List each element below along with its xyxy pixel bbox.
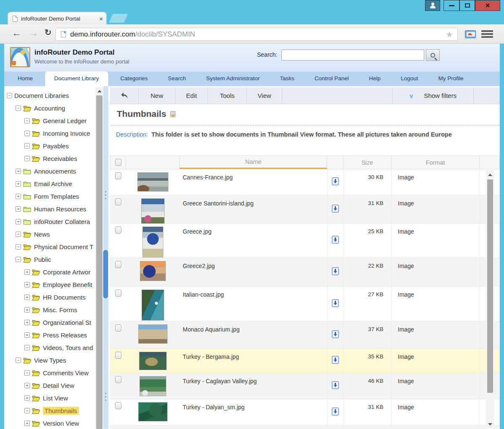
sidebar-item-version-view[interactable]: +Version View <box>4 417 96 429</box>
sidebar-item-incoming-invoice[interactable]: −Incoming Invoice <box>4 127 96 139</box>
sidebar-item-news[interactable]: −News <box>4 228 96 240</box>
extension-button[interactable] <box>463 28 478 40</box>
sidebar-scrollbar[interactable] <box>95 87 103 429</box>
show-filters-button[interactable]: vShow filters <box>393 87 474 104</box>
document-thumbnail[interactable] <box>138 402 168 421</box>
sidebar-item-organizational-st[interactable]: +Organizational St <box>4 316 96 329</box>
checkbox[interactable] <box>115 324 121 332</box>
collapse-icon[interactable]: − <box>7 93 12 98</box>
collapse-icon[interactable]: − <box>24 345 30 350</box>
expand-icon[interactable]: + <box>24 332 30 338</box>
nav-item-categories[interactable]: Categories <box>121 71 148 86</box>
checkbox[interactable] <box>115 159 121 166</box>
sidebar-scroll-thumb[interactable] <box>96 95 102 429</box>
checkbox[interactable] <box>115 226 121 234</box>
expand-icon[interactable]: + <box>24 395 30 401</box>
sidebar-item-thumbnails[interactable]: −Thumbnails <box>4 404 96 417</box>
nav-item-my-profile[interactable]: My Profile <box>438 71 464 86</box>
document-thumbnail[interactable] <box>138 324 168 344</box>
collapse-icon[interactable]: − <box>24 370 30 376</box>
download-icon[interactable] <box>332 236 339 245</box>
expand-icon[interactable]: + <box>24 269 30 275</box>
sidebar-item-misc-forms[interactable]: +Misc. Forms <box>4 303 96 316</box>
toolbar-button-view[interactable]: View <box>247 87 282 104</box>
sidebar-item-press-releases[interactable]: +Press Releases <box>4 329 96 341</box>
document-name-link[interactable]: Monaco Aquarium.jpg <box>180 321 327 348</box>
download-icon[interactable] <box>332 205 339 214</box>
nav-item-search[interactable]: Search <box>168 71 186 86</box>
expand-icon[interactable]: + <box>16 181 21 187</box>
minimize-button[interactable] <box>444 0 459 11</box>
nav-item-control-panel[interactable]: Control Panel <box>315 71 349 86</box>
collapse-icon[interactable]: − <box>24 118 30 124</box>
expand-icon[interactable]: + <box>24 421 30 426</box>
new-tab-button[interactable] <box>109 14 128 23</box>
user-account-button[interactable] <box>425 0 440 11</box>
toolbar-button-edit[interactable]: Edit <box>176 87 208 104</box>
nav-item-logout[interactable]: Logout <box>401 71 418 86</box>
table-scrollbar[interactable] <box>486 170 494 429</box>
header-name[interactable]: Name <box>180 156 327 169</box>
nav-item-document-library[interactable]: Document Library <box>45 71 108 86</box>
toolbar-button-new[interactable]: New <box>139 87 176 104</box>
nav-item-tasks[interactable]: Tasks <box>280 71 294 86</box>
collapse-icon[interactable]: − <box>24 131 30 136</box>
download-icon[interactable] <box>332 356 339 366</box>
nav-item-help[interactable]: Help <box>369 71 381 86</box>
collapse-icon[interactable]: − <box>16 105 21 111</box>
collapse-icon[interactable]: − <box>24 408 30 413</box>
sidebar-item-detail-view[interactable]: +Detail View <box>4 379 96 392</box>
forward-arrow-icon[interactable]: → <box>29 27 38 39</box>
checkbox[interactable] <box>115 290 121 297</box>
collapse-icon[interactable]: − <box>16 257 21 262</box>
sidebar-item-payables[interactable]: −Payables <box>4 139 96 152</box>
document-thumbnail[interactable] <box>142 290 164 321</box>
document-thumbnail[interactable] <box>139 352 167 370</box>
sidebar-item-list-view[interactable]: +List View <box>4 392 96 404</box>
checkbox[interactable] <box>115 352 121 359</box>
document-name-link[interactable]: Greece.jpg <box>180 224 327 258</box>
sidebar-item-inforouter-collatera[interactable]: +infoRouter Collatera <box>4 215 96 228</box>
document-name-link[interactable]: Italian-coast.jpg <box>180 287 327 321</box>
sidebar-item-hr-documents[interactable]: +HR Documents <box>4 291 96 303</box>
sidebar-item-receivables[interactable]: −Receivables <box>4 152 96 165</box>
sidebar-item-general-ledger[interactable]: −General Ledger <box>4 114 96 127</box>
expand-icon[interactable]: + <box>24 282 30 287</box>
document-thumbnail[interactable] <box>141 198 165 224</box>
sidebar-item-email-archive[interactable]: +Email Archive <box>4 177 96 190</box>
sidebar-item-human-resources[interactable]: +Human Resources <box>4 203 96 215</box>
sidebar-item-employee-benefit[interactable]: +Employee Benefit <box>4 278 96 291</box>
document-name-link[interactable]: Turkey - Caglayan Valley.jpg <box>180 373 327 399</box>
collapse-icon[interactable]: − <box>16 358 21 363</box>
bookmark-star-icon[interactable]: ★ <box>446 29 453 39</box>
download-icon[interactable] <box>332 267 339 277</box>
download-icon[interactable] <box>332 177 339 187</box>
nav-item-home[interactable]: Home <box>18 71 33 86</box>
go-back-button[interactable] <box>110 87 139 104</box>
nav-item-system-administrator[interactable]: System Administrator <box>206 71 260 86</box>
back-arrow-icon[interactable]: ← <box>12 27 21 39</box>
document-name-link[interactable]: Cannes-France.jpg <box>180 169 327 195</box>
sidebar-splitter[interactable] <box>103 86 108 429</box>
expand-icon[interactable]: + <box>24 295 30 300</box>
address-bar[interactable]: demo.inforouter.com/doclib/SYSADMIN ★ <box>55 28 458 41</box>
sidebar-item-physical-document-t[interactable]: −Physical Document T <box>4 240 96 253</box>
expand-icon[interactable]: + <box>16 206 21 212</box>
expand-icon[interactable]: + <box>16 219 21 224</box>
sidebar-item-view-types[interactable]: −View Types <box>4 354 96 366</box>
tab-close-icon[interactable]: × <box>99 15 103 22</box>
document-name-link[interactable]: Turkey - Dalyan_sm.jpg <box>180 399 327 425</box>
search-input[interactable] <box>281 50 424 61</box>
search-button[interactable] <box>426 49 440 61</box>
collapse-icon[interactable]: − <box>24 143 30 149</box>
document-thumbnail[interactable] <box>142 226 163 258</box>
close-button[interactable]: × <box>475 0 500 11</box>
collapse-icon[interactable]: − <box>16 244 21 250</box>
table-scroll-thumb[interactable] <box>487 179 493 393</box>
scroll-up-icon[interactable] <box>486 171 494 178</box>
document-name-link[interactable]: Turkey - Bergama.jpg <box>180 349 327 373</box>
document-thumbnail[interactable] <box>140 261 166 281</box>
sidebar-item-document-libraries[interactable]: −Document Libraries <box>4 89 96 102</box>
collapse-icon[interactable]: − <box>16 232 21 237</box>
sidebar-item-comments-view[interactable]: −Comments View <box>4 366 96 379</box>
